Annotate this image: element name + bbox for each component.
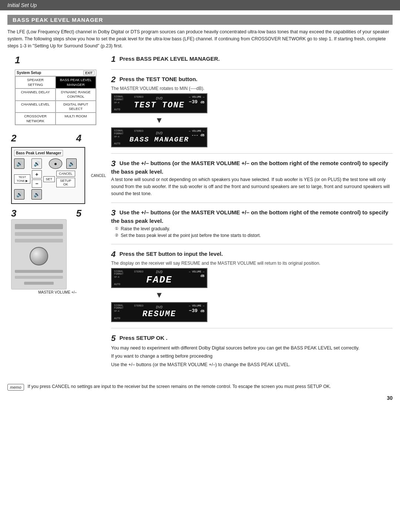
- menu-item-channel-delay[interactable]: CHANNEL DELAY: [15, 88, 56, 101]
- set-btn[interactable]: SET: [43, 176, 55, 182]
- menu-exit-btn[interactable]: EXIT: [83, 71, 94, 75]
- cancel-btn-panel[interactable]: CANCEL: [56, 171, 75, 177]
- speaker-icon-fr: 🔊: [31, 158, 42, 169]
- display-bass-manager: SIGNALFORMATSP→A STEREO — VOLUME — --- d…: [111, 127, 207, 147]
- step-5: 5 Press SETUP OK . You may need to exper…: [111, 334, 393, 374]
- step-num-5-left: 5: [76, 208, 81, 219]
- page-number: 30: [7, 395, 393, 401]
- arrow-down-2: ▼: [111, 290, 207, 300]
- step-num-3-left: 3: [11, 208, 16, 219]
- list-item-1: Raise the level gradually.: [115, 225, 393, 232]
- speaker-icon-rr: 🔊: [31, 189, 42, 200]
- step-3b: 3 Use the +/– buttons (or the MASTER VOL…: [111, 208, 393, 244]
- step-3-body: A test tone will sound or not depending …: [111, 176, 393, 197]
- step-5-body2: If you want to change a setting before p…: [111, 353, 393, 360]
- intro-text: The LFE (Low Frequency Effect) channel i…: [7, 29, 393, 49]
- step-1-heading: Press BASS PEAK LEVEL MANAGER.: [119, 56, 220, 62]
- master-vol-label: MASTER VOLUME +/–: [11, 290, 104, 294]
- setup-ok-btn[interactable]: SETUPOK: [56, 178, 75, 187]
- step-5-body1: You may need to experiment with differen…: [111, 345, 393, 352]
- section-title: BASS PEAK LEVEL MANAGER: [13, 17, 103, 23]
- menu-item-channel-level[interactable]: CHANNEL LEVEL: [15, 101, 56, 113]
- system-setup-menu: System Setup EXIT SPEAKERSETTING BASS PE…: [15, 70, 96, 125]
- display-fade: SIGNALFORMATSP→A STEREO — VOLUME — dB AU…: [111, 268, 207, 288]
- display-test-tone: SIGNALFORMATSP→A STEREO — VOLUME — −39 d…: [111, 93, 207, 113]
- step-4-sub: The display on the receiver will say RES…: [111, 261, 393, 266]
- menu-item-digital-input[interactable]: DIGITAL INPUTSELECT: [56, 101, 96, 113]
- step-3-heading: Use the +/– buttons (or the MASTER VOLUM…: [111, 160, 388, 175]
- section-title-bar: BASS PEAK LEVEL MANAGER: [7, 15, 393, 25]
- menu-item-speaker-setting[interactable]: SPEAKERSETTING: [15, 76, 56, 88]
- step-5-heading: Press SETUP OK .: [119, 334, 167, 341]
- step-3-num: 3: [111, 159, 116, 168]
- step-2-num: 2: [111, 75, 116, 84]
- menu-title: System Setup: [17, 71, 41, 75]
- menu-item-crossover[interactable]: CROSSOVERNETWORK: [15, 113, 56, 125]
- step-1-num: 1: [111, 54, 116, 64]
- display-resume: SIGNALFORMATSP→A STEREO — VOLUME — −39 d…: [111, 302, 207, 322]
- header-title: Initial Set Up: [7, 2, 37, 8]
- plus-btn[interactable]: +: [32, 170, 41, 178]
- step-4-num: 4: [111, 250, 116, 259]
- step-5-num: 5: [111, 334, 116, 343]
- step-num-4-left: 4: [76, 133, 81, 144]
- cancel-label: CANCEL: [91, 174, 106, 178]
- display-resume-text: RESUME: [142, 310, 176, 319]
- menu-item-dynamic-range[interactable]: DYNAMIC RANGECONTROL: [56, 88, 96, 101]
- display-bass-manager-text: BASS MANAGER: [130, 135, 189, 144]
- step-3b-heading: Use the +/– buttons (or the MASTER VOLUM…: [111, 209, 388, 224]
- memo-text: If you press CANCEL no settings are inpu…: [28, 383, 331, 390]
- step-4-heading: Press the SET button to input the level.: [119, 250, 223, 257]
- receiver-image: [11, 219, 67, 290]
- step-3: 3 Use the +/– buttons (or the MASTER VOL…: [111, 159, 393, 203]
- minus-btn[interactable]: −: [32, 180, 41, 188]
- speaker-icon-rl: 🔊: [14, 189, 24, 200]
- step-num-1-left: 1: [15, 54, 20, 66]
- menu-item-multiroom[interactable]: MULTI ROOM: [56, 113, 96, 125]
- step-num-2-left: 2: [11, 133, 16, 144]
- speaker-icon-center: ●: [49, 158, 62, 169]
- step-2-sub: The MASTER VOLUME rotates to MIN (----dB…: [111, 86, 393, 91]
- display-test-tone-text: TEST TONE: [134, 101, 185, 110]
- step-1: 1 Press BASS PEAK LEVEL MANAGER.: [111, 54, 393, 70]
- step-3b-num: 3: [111, 208, 116, 217]
- memo-block: memo If you press CANCEL no settings are…: [7, 383, 393, 391]
- speaker-icon-sr: 🔊: [66, 158, 77, 169]
- memo-badge: memo: [7, 384, 24, 391]
- page-header: Initial Set Up: [0, 0, 400, 10]
- bass-panel-title: Bass Peak Level Manager: [14, 150, 63, 156]
- step-2-heading: Press the TEST TONE button.: [119, 76, 197, 82]
- display-fade-text: FADE: [146, 274, 172, 285]
- step-5-body3: Use the +/– buttons (or the MASTER VOLUM…: [111, 361, 393, 368]
- list-item-2: Set the bass peak level at the point jus…: [115, 232, 393, 239]
- arrow-down-1: ▼: [111, 116, 207, 125]
- menu-item-bass-peak[interactable]: BASS PEAK LEVELMANAGER: [56, 76, 96, 88]
- test-tone-btn[interactable]: TESTTONE ▶: [14, 174, 30, 184]
- speaker-icon-fl: 🔊: [14, 158, 24, 169]
- step-4: 4 Press the SET button to input the leve…: [111, 250, 393, 328]
- step-2: 2 Press the TEST TONE button. The MASTER…: [111, 75, 393, 154]
- bass-panel: Bass Peak Level Manager 🔊 🔊 ● 🔊 TESTTONE…: [11, 147, 85, 204]
